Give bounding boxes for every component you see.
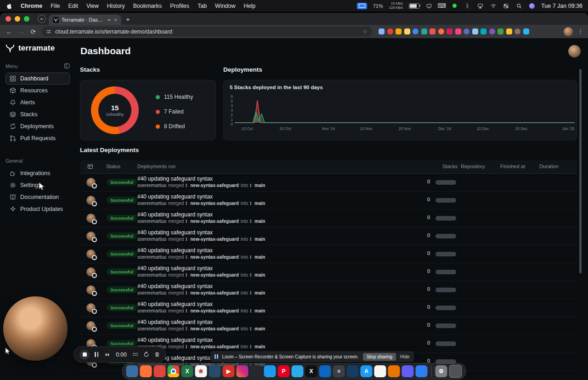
dock-icon-chrome[interactable] — [168, 365, 180, 377]
dock-icon-globe-app[interactable] — [347, 365, 359, 377]
back-button[interactable]: ← — [4, 26, 15, 37]
tab-close-icon[interactable]: × — [114, 17, 117, 23]
menu-item-chrome[interactable]: Chrome — [21, 3, 42, 9]
menu-item-help[interactable]: Help — [244, 3, 256, 9]
tab-speaker-icon[interactable] — [107, 18, 112, 22]
deployment-title[interactable]: #40 updating safeguard syntax — [137, 265, 265, 272]
terramate-logo[interactable]: terramate — [6, 44, 70, 53]
collapse-sidebar-icon[interactable] — [64, 63, 70, 69]
stop-sharing-button[interactable]: Stop sharing — [363, 353, 396, 361]
airplay-icon[interactable] — [477, 2, 484, 9]
extension-icon[interactable] — [489, 28, 495, 34]
deployment-title[interactable]: #40 updating safeguard syntax — [137, 229, 265, 236]
sidebar-item-alerts[interactable]: Alerts — [6, 96, 70, 108]
deployment-title[interactable]: #40 updating safeguard syntax — [137, 301, 265, 307]
page-scrollbar[interactable] — [579, 69, 582, 273]
dock-icon-system-settings[interactable]: ⚙ — [435, 365, 447, 377]
new-tab-button[interactable]: + — [126, 15, 130, 23]
extension-icon[interactable] — [413, 28, 418, 34]
dock-icon-instagram[interactable] — [237, 365, 249, 377]
dock-icon-loom[interactable] — [402, 365, 414, 377]
bluetooth-icon[interactable]: ᛒ — [464, 2, 471, 9]
dock-icon-keynote[interactable] — [416, 365, 428, 377]
site-info-icon[interactable] — [46, 29, 51, 34]
deployment-title[interactable]: #40 updating safeguard syntax — [137, 337, 265, 343]
apple-logo-icon[interactable] — [6, 2, 12, 9]
table-row[interactable]: Successful #40 updating safeguard syntax… — [80, 299, 577, 317]
source-branch[interactable]: new-syntax-safeguard — [186, 255, 239, 260]
deployment-title[interactable]: #40 updating safeguard syntax — [137, 319, 265, 325]
col-status[interactable]: Status — [106, 164, 120, 169]
menu-bar-clock[interactable]: Tue 7 Jan 09:36 — [541, 3, 582, 9]
author-name[interactable]: soerenmartius — [137, 326, 166, 331]
menu-item-profiles[interactable]: Profiles — [170, 3, 189, 9]
extension-icon[interactable] — [514, 28, 520, 34]
author-name[interactable]: soerenmartius — [137, 272, 166, 278]
dock-icon-app-navy[interactable] — [209, 365, 221, 377]
source-branch[interactable]: new-syntax-safeguard — [186, 201, 239, 206]
menu-item-file[interactable]: File — [51, 3, 60, 9]
user-avatar[interactable] — [568, 45, 581, 57]
extension-icon[interactable] — [387, 28, 393, 34]
author-name[interactable]: soerenmartius — [137, 255, 166, 260]
col-repository[interactable]: Repository — [461, 164, 485, 169]
delete-recording-icon[interactable] — [154, 352, 160, 357]
menu-item-bookmarks[interactable]: Bookmarks — [133, 3, 162, 9]
menu-item-view[interactable]: View — [86, 3, 99, 9]
target-branch[interactable]: main — [250, 344, 265, 349]
extension-icon[interactable] — [379, 28, 384, 34]
table-row[interactable]: Successful #40 updating safeguard syntax… — [80, 227, 577, 245]
dock-icon-youtube[interactable]: ▶ — [223, 365, 235, 377]
deployment-title[interactable]: #40 updating safeguard syntax — [137, 193, 265, 200]
url-text[interactable]: cloud.terramate.io/o/terramate-demo/dash… — [55, 28, 359, 35]
screen-share-indicator-icon[interactable] — [357, 3, 367, 9]
extension-icon[interactable] — [447, 28, 452, 34]
control-center-icon[interactable] — [503, 2, 509, 9]
target-branch[interactable]: main — [250, 290, 265, 295]
zoom-window-button[interactable] — [24, 16, 29, 22]
table-row[interactable]: Successful #40 updating safeguard syntax… — [80, 263, 577, 281]
extension-icon[interactable] — [421, 28, 427, 34]
close-window-button[interactable] — [6, 16, 11, 22]
extension-icon[interactable] — [455, 28, 461, 34]
hide-banner-button[interactable]: Hide — [400, 354, 410, 359]
dock-icon-vscode[interactable] — [319, 365, 331, 377]
source-branch[interactable]: new-syntax-safeguard — [186, 344, 239, 349]
author-name[interactable]: soerenmartius — [137, 219, 166, 224]
sidebar-item-deployments[interactable]: Deployments — [6, 120, 70, 132]
source-branch[interactable]: new-syntax-safeguard — [186, 290, 239, 295]
loom-grid-icon[interactable] — [133, 353, 138, 357]
col-deployments-run[interactable]: Deployments run — [137, 164, 175, 169]
source-branch[interactable]: new-syntax-safeguard — [186, 183, 239, 188]
dock-icon-telegram[interactable] — [292, 365, 304, 377]
extension-icon[interactable] — [472, 28, 478, 34]
deployments-chart[interactable] — [235, 94, 575, 124]
target-branch[interactable]: main — [250, 255, 265, 260]
deployment-title[interactable]: #40 updating safeguard syntax — [137, 211, 265, 218]
dock-icon-appstore[interactable]: A — [361, 365, 373, 377]
extension-icon[interactable] — [498, 28, 503, 34]
table-row[interactable]: Successful #40 updating safeguard syntax… — [80, 174, 577, 192]
stacks-donut-chart[interactable]: 15 Unhealthy — [91, 86, 139, 134]
stop-recording-button[interactable] — [79, 350, 90, 360]
profile-avatar[interactable] — [564, 27, 573, 36]
deployment-title[interactable]: #40 updating safeguard syntax — [137, 283, 265, 289]
menu-item-window[interactable]: Window — [215, 3, 235, 9]
target-branch[interactable]: main — [250, 237, 265, 242]
table-grid-icon[interactable] — [87, 164, 93, 170]
dock-icon-blender[interactable] — [388, 365, 400, 377]
menu-item-history[interactable]: History — [107, 3, 125, 9]
source-branch[interactable]: new-syntax-safeguard — [186, 326, 239, 331]
dock-icon-twitter[interactable] — [264, 365, 276, 377]
deployment-title[interactable]: #40 updating safeguard syntax — [137, 176, 265, 182]
search-icon[interactable] — [515, 2, 522, 9]
source-branch[interactable]: new-syntax-safeguard — [186, 219, 239, 224]
pause-recording-icon[interactable] — [95, 352, 98, 357]
extension-icon[interactable] — [506, 28, 512, 34]
extension-icon[interactable] — [430, 28, 435, 34]
loom-webcam-bubble[interactable] — [3, 296, 68, 361]
author-name[interactable]: soerenmartius — [137, 308, 166, 313]
menu-item-tab[interactable]: Tab — [198, 3, 207, 9]
deployment-title[interactable]: #40 updating safeguard syntax — [137, 247, 265, 254]
extension-icon[interactable] — [438, 28, 444, 34]
